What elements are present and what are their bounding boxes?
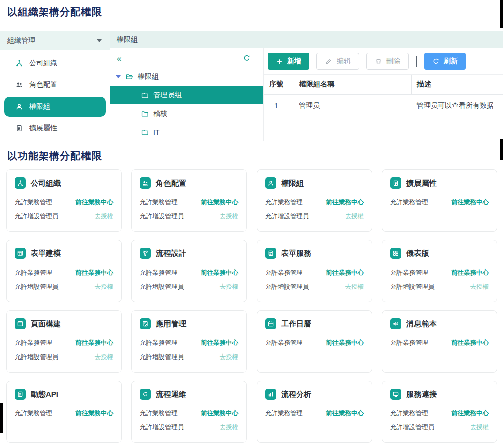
- function-card: 流程設計允許業務管理前往業務中心允許增設管理員去授權: [131, 240, 247, 302]
- page-icon: [17, 320, 24, 327]
- card-manage-row: 允許業務管理前往業務中心: [265, 195, 364, 209]
- go-business-center-link[interactable]: 前往業務中心: [451, 268, 489, 277]
- module-dropdown[interactable]: 組織管理: [0, 31, 110, 50]
- go-authorize-link[interactable]: 去授權: [220, 212, 239, 221]
- card-manage-row: 允許業務管理前往業務中心: [265, 336, 364, 350]
- function-card: 頁面構建允許業務管理前往業務中心允許增設管理員去授權: [6, 310, 122, 373]
- tree-node-child[interactable]: 管理员组: [110, 86, 263, 104]
- folder-icon: [141, 110, 149, 118]
- screen-edge-artifact: [0, 403, 3, 433]
- go-business-center-link[interactable]: 前往業務中心: [75, 409, 113, 418]
- tree-node-child[interactable]: IT: [110, 124, 263, 141]
- card-manage-label: 允許業務管理: [15, 339, 52, 347]
- card-manage-label: 允許業務管理: [265, 339, 303, 347]
- tree-node-child[interactable]: 稽核: [110, 105, 263, 122]
- card-header: 應用管理: [140, 318, 238, 329]
- card-manage-label: 允許業務管理: [265, 198, 303, 207]
- tree-node-label: 管理员组: [153, 91, 182, 100]
- function-card: 角色配置允許業務管理前往業務中心允許增設管理員去授權: [131, 169, 247, 232]
- go-business-center-link[interactable]: 前往業務中心: [201, 409, 238, 418]
- go-authorize-link[interactable]: 去授權: [95, 283, 114, 291]
- cell-desc: 管理员可以查看所有数据: [411, 101, 503, 110]
- collapse-left-icon[interactable]: «: [117, 54, 121, 63]
- card-manage-label: 允許業務管理: [390, 409, 428, 418]
- function-cards-grid: 公司組織允許業務管理前往業務中心允許增設管理員去授權角色配置允許業務管理前往業務…: [6, 169, 498, 443]
- go-business-center-link[interactable]: 前往業務中心: [326, 198, 364, 207]
- dashboard-icon: [392, 250, 399, 257]
- add-button[interactable]: 新增: [268, 53, 309, 70]
- card-manage-row: 允許業務管理前往業務中心: [265, 265, 364, 280]
- card-header: 擴展屬性: [390, 177, 489, 189]
- go-authorize-link[interactable]: 去授權: [470, 283, 489, 291]
- api-icon: [15, 389, 26, 400]
- card-manage-row: 允許業務管理前往業務中心: [140, 195, 238, 209]
- app-icon: [142, 320, 149, 327]
- sidebar-item-2[interactable]: 角色配置: [4, 75, 106, 95]
- sidebar-item-3[interactable]: 權限組: [4, 97, 106, 117]
- go-business-center-link[interactable]: 前往業務中心: [201, 268, 238, 277]
- tree-node-root[interactable]: 權限組: [110, 69, 263, 85]
- delete-button[interactable]: 刪除: [366, 53, 409, 70]
- screen-edge-artifact: [500, 139, 503, 160]
- sidebar-item-1[interactable]: 公司組織: [4, 53, 106, 73]
- go-business-center-link[interactable]: 前往業務中心: [451, 339, 489, 347]
- card-title: 消息範本: [406, 319, 437, 329]
- go-authorize-link[interactable]: 去授權: [220, 283, 239, 291]
- go-business-center-link[interactable]: 前往業務中心: [75, 198, 113, 207]
- card-manage-label: 允許業務管理: [390, 268, 428, 277]
- org-tree-icon: [15, 177, 26, 189]
- go-authorize-link[interactable]: 去授權: [345, 283, 364, 291]
- card-title: 表單建模: [31, 249, 61, 258]
- function-card: 擴展屬性允許業務管理前往業務中心: [382, 169, 497, 232]
- card-manage-row: 允許業務管理前往業務中心: [390, 336, 489, 350]
- folder-icon: [141, 128, 149, 136]
- card-header: 動態API: [15, 389, 113, 400]
- card-header: 流程運維: [140, 389, 238, 400]
- go-authorize-link[interactable]: 去授權: [220, 423, 239, 432]
- go-authorize-link[interactable]: 去授權: [220, 353, 239, 362]
- tree-root-label: 權限組: [138, 72, 159, 81]
- card-manage-label: 允許業務管理: [140, 339, 178, 347]
- sidebar-item-label: 權限組: [29, 102, 50, 111]
- go-authorize-link[interactable]: 去授權: [470, 423, 489, 432]
- function-card: 服務連接允許業務管理前往業務中心允許增設管理員去授權: [382, 381, 497, 443]
- tree-refresh-icon[interactable]: [243, 54, 251, 62]
- section-title-func-structure: 以功能架構分配權限: [7, 149, 102, 163]
- refresh-button[interactable]: 刷新: [424, 53, 466, 70]
- go-business-center-link[interactable]: 前往業務中心: [75, 268, 113, 277]
- cell-name: 管理员: [289, 101, 411, 110]
- go-business-center-link[interactable]: 前往業務中心: [326, 339, 364, 347]
- go-business-center-link[interactable]: 前往業務中心: [201, 339, 238, 347]
- tree-expand-caret-icon[interactable]: [116, 75, 121, 78]
- go-business-center-link[interactable]: 前往業務中心: [451, 198, 489, 207]
- card-header: 儀表版: [390, 248, 489, 259]
- go-authorize-link[interactable]: 去授權: [95, 212, 114, 221]
- card-manage-row: 允許業務管理前往業務中心: [390, 406, 489, 420]
- card-header: 權限組: [265, 177, 364, 189]
- sidebar-item-4[interactable]: 擴展屬性: [4, 118, 106, 138]
- permission-tree-panel: « 權限組 管理员组稽核IT: [110, 48, 263, 141]
- doc-icon: [15, 124, 23, 132]
- table-row[interactable]: 1管理员管理员可以查看所有数据: [264, 95, 503, 117]
- go-authorize-link[interactable]: 去授權: [345, 212, 364, 221]
- table-icon: [17, 250, 24, 257]
- pencil-icon: [325, 58, 332, 65]
- go-business-center-link[interactable]: 前往業務中心: [326, 268, 364, 277]
- card-manage-row: 允許業務管理前往業務中心: [390, 195, 489, 209]
- go-business-center-link[interactable]: 前往業務中心: [326, 409, 364, 418]
- caret-down-icon: [97, 39, 102, 42]
- ops-icon: [142, 391, 149, 398]
- go-business-center-link[interactable]: 前往業務中心: [201, 198, 238, 207]
- speaker-icon: [392, 320, 399, 327]
- card-admin-label: 允許增設管理員: [140, 283, 184, 291]
- person-icon: [267, 180, 274, 187]
- go-authorize-link[interactable]: 去授權: [95, 353, 114, 362]
- card-title: 擴展屬性: [406, 178, 437, 188]
- app-icon: [140, 318, 151, 329]
- card-title: 儀表版: [406, 249, 429, 258]
- go-business-center-link[interactable]: 前往業務中心: [451, 409, 489, 418]
- edit-button[interactable]: 编辑: [316, 53, 359, 70]
- card-admin-label: 允許增設管理員: [265, 283, 309, 291]
- card-header: 角色配置: [140, 177, 238, 189]
- go-business-center-link[interactable]: 前往業務中心: [75, 339, 113, 347]
